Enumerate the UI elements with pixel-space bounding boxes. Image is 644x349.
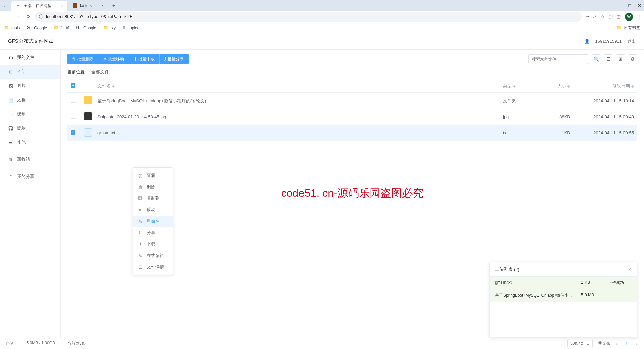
user-phone: 15915915911 bbox=[595, 39, 622, 44]
side-panel-icon[interactable]: ◫ bbox=[617, 14, 621, 19]
watermark-text: code51. cn-源码乐园盗图必究 bbox=[281, 186, 423, 201]
edit-icon: ✎ bbox=[138, 253, 143, 258]
sidebar-item-image[interactable]: 🖼 图片 bbox=[0, 79, 60, 93]
reload-icon[interactable]: ⟳ bbox=[24, 13, 32, 21]
browser-address-bar: ← → ⟳ ⓘ localhost:8081/file?fileType=0&f… bbox=[0, 11, 644, 23]
bookmark-uplod[interactable]: ⬆uplod bbox=[122, 25, 139, 31]
upload-count: (2) bbox=[514, 267, 519, 272]
bookmark-google2[interactable]: GGoogle bbox=[76, 25, 96, 31]
menu-view[interactable]: ◎查看 bbox=[133, 170, 173, 181]
select-all-checkbox[interactable] bbox=[71, 83, 75, 88]
row-checkbox[interactable] bbox=[71, 98, 75, 103]
bookmarks-bar: 📁tools GGoogle 📁宝藏 GGoogle 📁txy ⬆uplod 📁… bbox=[0, 23, 644, 33]
menu-rename[interactable]: ✎重命名 bbox=[133, 216, 173, 227]
list-view-icon[interactable]: ☰ bbox=[604, 54, 613, 64]
search-input[interactable] bbox=[528, 54, 589, 64]
bookmark-baozang[interactable]: 📁宝藏 bbox=[54, 25, 69, 31]
browser-tab-inactive[interactable]: fastdfs × bbox=[69, 1, 108, 11]
app-title: GFS分布式文件网盘 bbox=[8, 38, 54, 44]
grid-icon: ⊞ bbox=[8, 69, 13, 74]
per-page-select[interactable]: 50条/页⌄ bbox=[567, 339, 593, 348]
table-row[interactable]: Snipaste_2024-01-20_14-58-45.jpg jpg 88K… bbox=[67, 109, 637, 125]
upload-status: 上传成功 bbox=[608, 280, 632, 286]
bookmark-star-icon[interactable]: ☆ bbox=[601, 14, 605, 19]
site-info-icon[interactable]: ⓘ bbox=[39, 14, 43, 20]
chevron-down-icon[interactable]: ⌄ bbox=[3, 3, 9, 8]
grid-view-icon[interactable]: ⊞ bbox=[616, 54, 625, 64]
menu-details[interactable]: ☰文件详情 bbox=[133, 261, 173, 273]
all-bookmarks[interactable]: 📁所有书签 bbox=[616, 25, 640, 31]
sort-icon[interactable]: ◆ bbox=[112, 84, 115, 88]
image-file-icon bbox=[84, 112, 92, 120]
minimize-icon[interactable]: — bbox=[619, 267, 624, 272]
bookmark-txy[interactable]: 📁txy bbox=[103, 25, 116, 31]
close-icon[interactable]: × bbox=[101, 3, 104, 8]
upload-title: 上传列表 bbox=[495, 266, 513, 272]
sidebar-item-music[interactable]: 🎧 音乐 bbox=[0, 121, 60, 135]
sidebar-item-doc[interactable]: 📄 文档 bbox=[0, 93, 60, 107]
menu-download[interactable]: ⬇下载 bbox=[133, 238, 173, 250]
settings-icon[interactable]: ⚙ bbox=[628, 54, 637, 64]
file-date: 2024-04-11 15:09:55 bbox=[577, 130, 637, 135]
table-row[interactable]: 基于SpringBoot+MySQL+Uniapp+微信小程序的(附论文) 文件… bbox=[67, 93, 637, 109]
logout-link[interactable]: 退出 bbox=[627, 38, 636, 44]
row-checkbox[interactable] bbox=[71, 130, 75, 135]
bookmark-google1[interactable]: GGoogle bbox=[27, 25, 47, 31]
tab-title: fastdfs bbox=[80, 3, 92, 8]
new-tab-icon[interactable]: + bbox=[109, 3, 118, 8]
close-icon[interactable]: × bbox=[61, 3, 63, 8]
file-name[interactable]: gmsm.txt bbox=[97, 130, 503, 135]
share-icon: ⤴ bbox=[164, 57, 166, 62]
key-icon[interactable]: ⊶ bbox=[585, 14, 589, 19]
batch-delete-button[interactable]: 🗑批量删除 bbox=[67, 54, 98, 64]
menu-copy-to[interactable]: ⿻复制到 bbox=[133, 193, 173, 204]
close-window-icon[interactable]: ✕ bbox=[638, 3, 641, 8]
sidebar-item-all[interactable]: ⊞ 全部 bbox=[0, 65, 60, 79]
sidebar-my-share[interactable]: ⤴ 我的分享 bbox=[0, 169, 60, 184]
maximize-icon[interactable]: □ bbox=[628, 3, 631, 8]
menu-move[interactable]: ➤移动 bbox=[133, 204, 173, 216]
close-icon[interactable]: ✕ bbox=[628, 267, 632, 272]
prev-page-icon[interactable]: ‹ bbox=[616, 341, 617, 346]
image-icon: 🖼 bbox=[8, 83, 13, 88]
back-icon[interactable]: ← bbox=[3, 13, 11, 21]
batch-move-button[interactable]: ✥批量移动 bbox=[98, 54, 129, 64]
file-type: txt bbox=[503, 130, 540, 135]
sort-icon[interactable]: ◆ bbox=[513, 84, 516, 88]
search-button[interactable]: 🔍 bbox=[592, 54, 601, 64]
profile-avatar[interactable]: W bbox=[625, 13, 633, 21]
table-row[interactable]: gmsm.txt txt 1KB 2024-04-11 15:09:55 bbox=[67, 125, 637, 141]
sidebar-recycle[interactable]: 🗑 回收站 bbox=[0, 152, 60, 166]
menu-icon[interactable]: ⋮ bbox=[637, 14, 641, 19]
sidebar-item-video[interactable]: ▢ 视频 bbox=[0, 107, 60, 121]
menu-delete[interactable]: 🗑删除 bbox=[133, 181, 173, 193]
txt-file-icon bbox=[84, 128, 92, 137]
sidebar-my-files[interactable]: 🗀 我的文件 bbox=[0, 50, 60, 65]
page-number[interactable]: 1 bbox=[622, 340, 631, 348]
file-name[interactable]: 基于SpringBoot+MySQL+Uniapp+微信小程序的(附论文) bbox=[97, 98, 503, 104]
extensions-icon[interactable]: ⬚ bbox=[609, 14, 613, 19]
menu-edit-online[interactable]: ✎在线编辑 bbox=[133, 250, 173, 261]
minimize-icon[interactable]: — bbox=[617, 3, 621, 8]
batch-download-button[interactable]: ⬇批量下载 bbox=[129, 54, 159, 64]
forward-icon[interactable]: → bbox=[13, 13, 22, 21]
batch-share-button[interactable]: ⤴批量分享 bbox=[159, 54, 189, 64]
menu-share[interactable]: ⤴分享 bbox=[133, 227, 173, 238]
sort-icon[interactable]: ◆ bbox=[567, 84, 570, 88]
file-name[interactable]: Snipaste_2024-01-20_14-58-45.jpg bbox=[97, 114, 503, 119]
upload-header: 上传列表 (2) — ✕ bbox=[490, 262, 637, 277]
browser-tab-active[interactable]: ▼ 全部 - 在线网盘 × bbox=[11, 1, 67, 11]
page-count: 当前页3条 bbox=[67, 341, 86, 346]
sort-icon[interactable]: ◆ bbox=[631, 84, 634, 88]
copy-icon: ⿻ bbox=[138, 196, 143, 201]
sidebar-item-other[interactable]: ☰ 其他 bbox=[0, 135, 60, 149]
breadcrumb-path[interactable]: 全部文件 bbox=[91, 69, 109, 75]
table-header: 文件名◆ 类型◆ 大小◆ 修改日期◆ bbox=[67, 80, 637, 93]
next-page-icon[interactable]: › bbox=[636, 341, 637, 346]
translate-icon[interactable]: ⇄ bbox=[593, 14, 597, 19]
row-checkbox[interactable] bbox=[71, 114, 75, 119]
chevron-down-icon: ⌄ bbox=[586, 341, 590, 346]
url-input[interactable]: ⓘ localhost:8081/file?fileType=0&filePat… bbox=[35, 12, 582, 22]
music-icon: 🎧 bbox=[8, 125, 13, 131]
bookmark-tools[interactable]: 📁tools bbox=[4, 25, 20, 31]
